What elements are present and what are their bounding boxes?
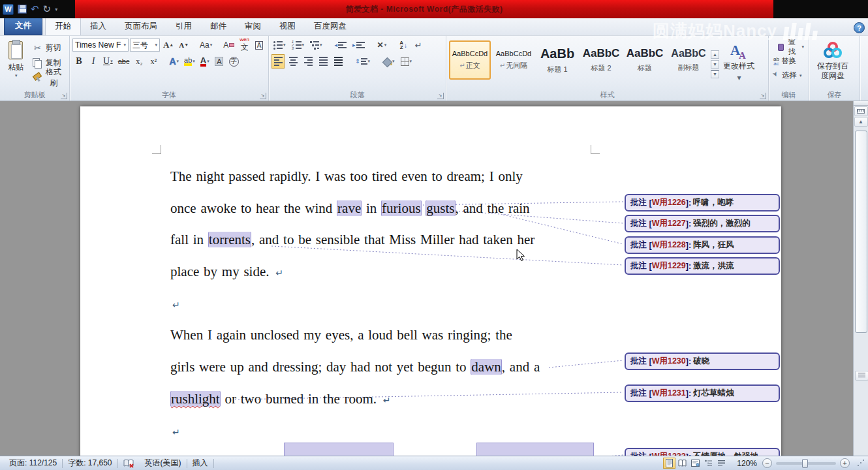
redo-icon[interactable]: ↻ — [43, 5, 52, 14]
font-dialog-launcher[interactable]: ↘ — [260, 93, 266, 99]
styles-more-button[interactable]: ▼ — [711, 70, 719, 78]
borders-button[interactable]: ▾ — [399, 54, 414, 69]
paragraph-dialog-launcher[interactable]: ↘ — [437, 93, 444, 99]
print-layout-view-button[interactable] — [663, 458, 675, 469]
grow-font-button[interactable]: A▲ — [161, 38, 176, 52]
line-spacing-button[interactable]: ⇕▾ — [353, 54, 372, 69]
paste-dropdown-icon[interactable]: ▾ — [15, 73, 18, 78]
font-color-button[interactable]: A▾ — [198, 54, 211, 69]
document-line[interactable]: once awoke to hear the wind rave in furi… — [170, 200, 530, 217]
font-name-combo[interactable]: Times New F▾ — [72, 39, 129, 52]
enclose-characters-button[interactable]: 字 — [227, 54, 241, 69]
change-case-button[interactable]: Aa▾ — [198, 38, 214, 52]
find-button[interactable]: 查找▾ — [771, 40, 806, 54]
tab-视图[interactable]: 视图 — [270, 18, 305, 35]
phonetic-guide-button[interactable]: wén文 — [238, 38, 251, 52]
bullets-button[interactable]: ▾ — [271, 38, 288, 52]
clear-formatting-button[interactable]: A — [221, 38, 236, 52]
draft-view-button[interactable] — [715, 458, 728, 469]
style-tile-标题 2[interactable]: AaBbC标题 2 — [580, 40, 622, 80]
zoom-in-button[interactable]: + — [840, 458, 850, 468]
undo-icon[interactable]: ↶ — [31, 5, 39, 14]
replace-button[interactable]: abac替换 — [771, 54, 806, 68]
document-line[interactable]: place by my side. ↵ — [170, 264, 283, 280]
decrease-indent-button[interactable]: ◂ — [333, 38, 349, 52]
subscript-button[interactable]: x₂ — [132, 54, 146, 69]
align-right-button[interactable] — [302, 54, 315, 69]
format-painter-button[interactable]: 格式刷 — [29, 70, 67, 85]
style-tile-无间隔[interactable]: AaBbCcDd↵无间隔 — [493, 40, 535, 80]
tab-开始[interactable]: 开始 — [45, 18, 81, 35]
comment-balloon[interactable]: 批注 [W用1229]:激流，洪流 — [625, 257, 780, 275]
character-shading-button[interactable]: A — [213, 54, 226, 69]
tab-邮件[interactable]: 邮件 — [201, 18, 236, 35]
comment-balloon[interactable]: 批注 [W用1227]:强烈的，激烈的 — [625, 215, 780, 232]
comment-balloon[interactable]: 批注 [W用1226]:呼啸，咆哮 — [625, 194, 780, 212]
outline-view-button[interactable] — [702, 458, 715, 469]
style-tile-正文[interactable]: AaBbCcDd↵正文 — [449, 40, 491, 80]
page-indicator[interactable]: 页面: 112/125 — [4, 456, 62, 470]
select-button[interactable]: 选择▾ — [771, 69, 806, 82]
zoom-level[interactable]: 120% — [737, 459, 757, 468]
style-tile-副标题[interactable]: AaBbC副标题 — [668, 40, 709, 80]
show-hide-marks-button[interactable]: ↵ — [412, 38, 425, 52]
styles-dialog-launcher[interactable]: ↘ — [760, 93, 766, 99]
zoom-slider-track[interactable] — [776, 462, 836, 465]
browse-object-button[interactable] — [855, 371, 868, 381]
character-border-button[interactable]: A — [253, 38, 266, 52]
insert-mode-indicator[interactable]: 插入 — [187, 456, 213, 470]
document-line[interactable]: rushlight or two burned in the room. ↵ — [170, 391, 391, 407]
style-tile-标题[interactable]: AaBbC标题 — [624, 40, 666, 80]
proofing-status[interactable] — [118, 456, 140, 470]
document-line[interactable]: fall in torrents, and to be sensible tha… — [170, 232, 535, 248]
scroll-up-button[interactable]: ▲ — [854, 117, 868, 127]
shading-button[interactable]: ▾ — [380, 54, 397, 69]
word-logo-icon[interactable]: W — [3, 4, 14, 15]
styles-scroll-up-button[interactable]: ▲ — [711, 50, 719, 59]
numbering-button[interactable]: 123▾ — [290, 38, 307, 52]
italic-button[interactable]: I — [87, 54, 100, 69]
underline-button[interactable]: U▾ — [101, 54, 115, 69]
split-handle[interactable] — [854, 101, 868, 106]
style-tile-标题 1[interactable]: AaBb标题 1 — [536, 40, 578, 80]
text-effects-button[interactable]: A▾ — [167, 54, 181, 69]
zoom-out-button[interactable]: − — [762, 458, 772, 468]
tab-百度网盘[interactable]: 百度网盘 — [305, 18, 356, 35]
document-line[interactable]: When I again unclosed my eyes, a loud be… — [170, 327, 512, 343]
ruler-toggle-button[interactable] — [854, 106, 868, 116]
tab-引用[interactable]: 引用 — [166, 18, 201, 35]
sort-button[interactable]: AZ↓ — [397, 38, 410, 52]
vertical-scrollbar[interactable]: ▲ — [853, 101, 868, 456]
scrollbar-thumb[interactable] — [855, 131, 867, 333]
document-line[interactable]: ↵ — [170, 423, 180, 439]
document-line[interactable]: girls were up and dressing; day had not … — [170, 359, 540, 375]
language-indicator[interactable]: 英语(美国) — [140, 456, 187, 470]
customize-qat-dropdown-icon[interactable]: ▾ — [55, 7, 57, 12]
comment-balloon[interactable]: 批注 [W用1232]:不情愿地，勉强地 — [625, 448, 780, 456]
full-screen-reading-view-button[interactable] — [676, 458, 689, 469]
justify-button[interactable] — [317, 54, 330, 69]
strikethrough-button[interactable]: abc — [116, 54, 132, 69]
shrink-font-button[interactable]: A▼ — [177, 38, 191, 52]
bold-button[interactable]: B — [72, 54, 85, 69]
align-left-button[interactable] — [271, 54, 285, 69]
clipboard-dialog-launcher[interactable]: ↘ — [61, 93, 67, 99]
increase-indent-button[interactable]: ▸ — [350, 38, 367, 52]
document-line[interactable]: ↵ — [170, 296, 180, 312]
tab-审阅[interactable]: 审阅 — [236, 18, 270, 35]
save-icon[interactable] — [18, 5, 27, 14]
tab-插入[interactable]: 插入 — [81, 18, 116, 35]
text-highlight-button[interactable]: ab▾ — [182, 54, 197, 69]
paste-button[interactable]: 粘贴 ▾ — [3, 38, 29, 89]
word-count[interactable]: 字数: 17,650 — [63, 456, 117, 470]
comment-balloon[interactable]: 批注 [W用1228]:阵风，狂风 — [625, 236, 780, 254]
web-layout-view-button[interactable] — [689, 458, 702, 469]
comment-balloon[interactable]: 批注 [W用1231]:灯芯草蜡烛 — [625, 384, 780, 402]
save-to-baidu-button[interactable]: 保存到百度网盘 — [812, 38, 854, 89]
document-page[interactable]: The night passed rapidly. I was too tire… — [80, 106, 781, 456]
font-size-combo[interactable]: 三号▾ — [130, 39, 160, 52]
change-styles-button[interactable]: AA 更改样式 ▾ — [721, 38, 757, 89]
tab-页面布局[interactable]: 页面布局 — [116, 18, 166, 35]
align-center-button[interactable] — [287, 54, 300, 69]
help-button[interactable]: ? — [854, 22, 865, 33]
